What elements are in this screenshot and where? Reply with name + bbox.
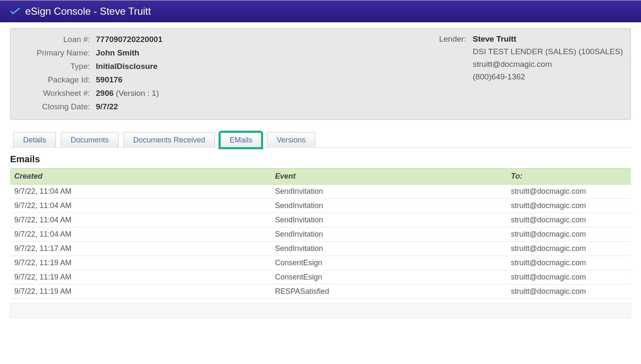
- package-id-row: Package Id: 590176: [18, 73, 287, 87]
- cell-to: struitt@docmagic.com: [507, 213, 631, 227]
- col-header-to[interactable]: To:: [507, 169, 631, 185]
- section-heading: Emails: [10, 154, 631, 165]
- cell-event: SendInvitation: [271, 199, 506, 213]
- type-value: InitialDisclosure: [96, 60, 158, 73]
- cell-event: SendInvitation: [271, 185, 506, 199]
- cell-created: 9/7/22, 11:04 AM: [10, 199, 271, 213]
- lender-email: struitt@docmagic.com: [473, 58, 552, 71]
- app-header: eSign Console - Steve Truitt: [0, 0, 641, 22]
- table-row[interactable]: 9/7/22, 11:04 AMSendInvitationstruitt@do…: [10, 199, 631, 213]
- cell-to: struitt@docmagic.com: [507, 285, 631, 299]
- type-label: Type:: [18, 60, 96, 73]
- type-row: Type: InitialDisclosure: [18, 60, 287, 73]
- package-id-label: Package Id:: [18, 73, 96, 87]
- cell-to: struitt@docmagic.com: [507, 242, 631, 256]
- closing-date-label: Closing Date:: [18, 100, 96, 113]
- cell-created: 9/7/22, 11:04 AM: [10, 213, 271, 227]
- cell-event: ConsentEsign: [271, 270, 506, 285]
- check-icon: [10, 8, 20, 15]
- cell-to: struitt@docmagic.com: [507, 256, 631, 270]
- tab-versions[interactable]: Versions: [267, 132, 315, 148]
- cell-event: SendInvitation: [271, 213, 506, 227]
- col-header-event[interactable]: Event: [271, 169, 506, 185]
- tab-details[interactable]: Details: [13, 132, 56, 148]
- lender-company: DSI TEST LENDER (SALES) (100SALES): [473, 45, 623, 58]
- table-row[interactable]: 9/7/22, 11:04 AMSendInvitationstruitt@do…: [10, 185, 631, 199]
- tab-emails[interactable]: EMails: [220, 132, 262, 148]
- cell-created: 9/7/22, 11:04 AM: [10, 227, 271, 242]
- table-row[interactable]: 9/7/22, 11:04 AMSendInvitationstruitt@do…: [10, 227, 631, 242]
- primary-name-value: John Smith: [96, 46, 139, 60]
- table-footer-bar: [10, 303, 631, 318]
- page-title: eSign Console - Steve Truitt: [25, 5, 151, 17]
- cell-to: struitt@docmagic.com: [507, 270, 631, 285]
- info-left-column: Loan #: 777090720220001 Primary Name: Jo…: [18, 33, 287, 113]
- emails-table: Created Event To: 9/7/22, 11:04 AMSendIn…: [10, 168, 631, 299]
- closing-date-row: Closing Date: 9/7/22: [18, 100, 287, 113]
- cell-to: struitt@docmagic.com: [507, 199, 631, 213]
- cell-created: 9/7/22, 11:17 AM: [10, 242, 271, 256]
- table-header-row: Created Event To:: [10, 169, 631, 185]
- cell-created: 9/7/22, 11:19 AM: [10, 256, 271, 270]
- worksheet-row: Worksheet #: 2906 (Version : 1): [18, 87, 287, 100]
- closing-date-value: 9/7/22: [96, 100, 118, 113]
- lender-label: Lender:: [439, 33, 472, 45]
- worksheet-value: 2906 (Version : 1): [96, 87, 159, 100]
- lender-name: Steve Truitt: [473, 33, 516, 45]
- loan-number-value: 777090720220001: [96, 33, 163, 46]
- emails-table-wrap: Created Event To: 9/7/22, 11:04 AMSendIn…: [10, 168, 631, 299]
- table-row[interactable]: 9/7/22, 11:17 AMSendInvitationstruitt@do…: [10, 242, 631, 256]
- lender-phone: (800)649-1362: [473, 71, 525, 83]
- table-row[interactable]: 9/7/22, 11:04 AMSendInvitationstruitt@do…: [10, 213, 631, 227]
- cell-event: ConsentEsign: [271, 256, 506, 270]
- table-row[interactable]: 9/7/22, 11:19 AMRESPASatisfiedstruitt@do…: [10, 285, 631, 299]
- cell-event: SendInvitation: [271, 227, 506, 242]
- table-row[interactable]: 9/7/22, 11:19 AMConsentEsignstruitt@docm…: [10, 270, 631, 285]
- cell-created: 9/7/22, 11:04 AM: [10, 185, 271, 199]
- tab-bar: Details Documents Documents Received EMa…: [10, 132, 631, 148]
- tab-documents-received[interactable]: Documents Received: [124, 132, 215, 148]
- col-header-created[interactable]: Created: [10, 169, 271, 185]
- cell-event: SendInvitation: [271, 242, 506, 256]
- worksheet-label: Worksheet #:: [18, 87, 96, 100]
- tab-documents[interactable]: Documents: [61, 132, 119, 148]
- loan-number-label: Loan #:: [18, 33, 96, 46]
- worksheet-version: (Version : 1): [116, 89, 159, 98]
- loan-number-row: Loan #: 777090720220001: [18, 33, 287, 46]
- cell-to: struitt@docmagic.com: [507, 185, 631, 199]
- cell-event: RESPASatisfied: [271, 285, 506, 299]
- package-id-value: 590176: [96, 73, 122, 87]
- cell-created: 9/7/22, 11:19 AM: [10, 285, 271, 299]
- worksheet-number: 2906: [96, 89, 113, 98]
- loan-info-panel: Loan #: 777090720220001 Primary Name: Jo…: [10, 28, 631, 120]
- table-row[interactable]: 9/7/22, 11:19 AMConsentEsignstruitt@docm…: [10, 256, 631, 270]
- cell-to: struitt@docmagic.com: [507, 227, 631, 242]
- info-right-column: Lender: Steve Truitt DSI TEST LENDER (SA…: [287, 33, 623, 113]
- cell-created: 9/7/22, 11:19 AM: [10, 270, 271, 285]
- primary-name-label: Primary Name:: [18, 46, 96, 60]
- primary-name-row: Primary Name: John Smith: [18, 46, 287, 60]
